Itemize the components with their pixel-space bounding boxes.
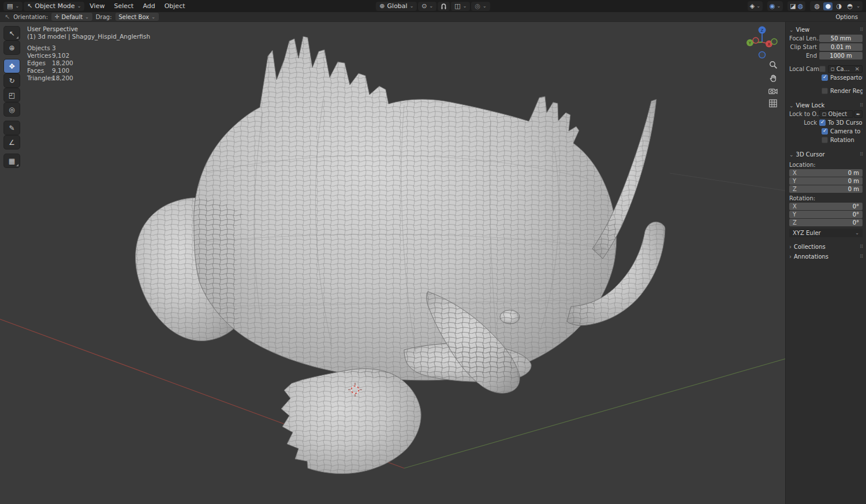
cursor-tool[interactable] bbox=[4, 41, 20, 54]
camera-view-icon[interactable] bbox=[768, 87, 778, 95]
camera-to-view-checkbox[interactable] bbox=[822, 128, 828, 135]
scale-tool[interactable] bbox=[4, 88, 20, 102]
measure-tool[interactable] bbox=[4, 136, 20, 149]
cursor-location-z[interactable]: Z 0 m bbox=[789, 185, 863, 193]
overlays-toggle-group[interactable]: ◉ bbox=[767, 1, 783, 11]
drag-dots-icon[interactable]: ⠿ bbox=[860, 244, 863, 249]
render-region-row: Render Regi… bbox=[822, 87, 863, 95]
drag-dropdown[interactable]: Select Box bbox=[115, 13, 159, 21]
lock-to-object-field[interactable]: ▢ Object bbox=[819, 110, 853, 118]
render-region-checkbox[interactable] bbox=[822, 88, 828, 94]
mode-label: Object Mode bbox=[35, 2, 74, 10]
cursor-rotation-y[interactable]: Y 0° bbox=[789, 211, 863, 218]
camera-data-icon: ◻ bbox=[831, 67, 835, 72]
section-view-lock[interactable]: View Lock ⠿ bbox=[789, 100, 863, 110]
drag-dots-icon[interactable]: ⠿ bbox=[860, 27, 863, 32]
lock-rotation-checkbox[interactable] bbox=[822, 137, 828, 143]
section-annotations[interactable]: Annotations ⠿ bbox=[789, 252, 863, 262]
chevron-down-icon bbox=[77, 2, 81, 10]
xray-toggle[interactable]: ◪ ◍ bbox=[787, 1, 805, 11]
orientation-dropdown[interactable]: ✢ Default bbox=[51, 13, 92, 21]
clear-icon[interactable]: ✕ bbox=[855, 66, 860, 72]
axes-icon: ✢ bbox=[55, 14, 59, 20]
viewport-3d[interactable]: User Perspective (1) 3d model | Shaggy_H… bbox=[0, 22, 866, 504]
active-object-label: (1) 3d model | Shaggy_Hispid_Anglerfish bbox=[27, 33, 150, 40]
euler-order-dropdown[interactable]: XYZ Euler bbox=[789, 229, 863, 237]
viewport-hud: User Perspective (1) 3d model | Shaggy_H… bbox=[27, 25, 150, 82]
clip-end-field[interactable]: 1000 m bbox=[819, 52, 863, 59]
cursor-location-y[interactable]: Y 0 m bbox=[789, 177, 863, 185]
anglerfish-model[interactable] bbox=[136, 36, 665, 474]
shading-solid-icon: ● bbox=[826, 3, 831, 9]
menu-view[interactable]: View bbox=[85, 0, 109, 12]
proportional-edit-dropdown[interactable]: ◎ bbox=[471, 2, 490, 11]
drag-dots-icon[interactable]: ⠿ bbox=[860, 103, 863, 108]
to-3d-cursor-checkbox[interactable] bbox=[819, 120, 826, 126]
navigation-gizmo[interactable]: Z X Y bbox=[746, 25, 778, 61]
section-view-lock-title: View Lock bbox=[796, 102, 825, 109]
drag-label: Drag: bbox=[96, 14, 112, 20]
section-collections[interactable]: Collections ⠿ bbox=[789, 242, 863, 252]
pivot-point-dropdown[interactable]: ⊙ bbox=[418, 2, 436, 11]
add-cube-tool[interactable] bbox=[4, 154, 20, 167]
transform-tool[interactable] bbox=[4, 103, 20, 116]
rotate-tool[interactable] bbox=[4, 74, 20, 87]
options-button[interactable]: Options bbox=[832, 13, 861, 21]
expand-arrow-icon bbox=[789, 27, 794, 33]
shading-solid-button[interactable]: ● bbox=[823, 2, 833, 10]
chevron-down-icon bbox=[756, 2, 760, 10]
pan-hand-icon[interactable] bbox=[769, 74, 778, 83]
active-tool-icon: ↖ bbox=[5, 14, 10, 20]
wireframe-overlay bbox=[136, 36, 665, 474]
cursor-rotation-z[interactable]: Z 0° bbox=[789, 219, 863, 226]
passepartout-checkbox[interactable] bbox=[822, 74, 828, 81]
cursor-rotation-x[interactable]: X 0° bbox=[789, 203, 863, 210]
editor-type-button[interactable]: ▤ bbox=[3, 2, 23, 11]
select-box-tool[interactable] bbox=[4, 27, 20, 40]
lock-rotation-row: Rotation bbox=[822, 136, 863, 144]
sidebar-n-panel: View ⠿ Focal Len… 50 mm Clip Start 0.01 … bbox=[785, 22, 866, 504]
section-3d-cursor[interactable]: 3D Cursor ⠿ bbox=[789, 150, 863, 159]
chevron-down-icon bbox=[483, 2, 487, 10]
viewport-canvas[interactable] bbox=[0, 22, 866, 504]
svg-text:Y: Y bbox=[748, 41, 752, 46]
mode-selector[interactable]: ↖ Object Mode bbox=[24, 2, 84, 11]
local-camera-checkbox[interactable] bbox=[819, 66, 826, 72]
stat-edges: Edges18,200 bbox=[27, 59, 150, 67]
cursor-location-x[interactable]: X 0 m bbox=[789, 169, 863, 177]
orthographic-grid-icon[interactable] bbox=[769, 99, 777, 107]
gizmo-z-neg-axis[interactable] bbox=[759, 52, 766, 58]
shading-wireframe-button[interactable]: ◍ bbox=[812, 2, 822, 10]
menu-select[interactable]: Select bbox=[110, 0, 137, 12]
drag-dots-icon[interactable]: ⠿ bbox=[860, 152, 863, 157]
annotate-tool[interactable] bbox=[4, 121, 20, 135]
eyedropper-icon[interactable]: ✒ bbox=[854, 110, 863, 118]
transform-orientation-dropdown[interactable]: ⊕ Global bbox=[376, 2, 417, 11]
chevron-down-icon[interactable] bbox=[856, 2, 860, 10]
snap-target-dropdown[interactable]: ◫ bbox=[451, 2, 470, 11]
section-view[interactable]: View ⠿ bbox=[789, 25, 863, 35]
clip-start-field[interactable]: 0.01 m bbox=[819, 43, 863, 51]
zoom-icon[interactable] bbox=[769, 61, 778, 69]
gizmo-x-neg-axis[interactable] bbox=[753, 38, 759, 43]
stat-objects: Objects3 bbox=[27, 44, 150, 52]
shading-rendered-button[interactable]: ◓ bbox=[845, 2, 854, 10]
passepartout-row: Passepartout bbox=[822, 74, 863, 81]
local-camera-field[interactable]: ◻ Ca… ✕ bbox=[828, 65, 863, 73]
lock-3d-cursor-row: Lock To 3D Cursor bbox=[789, 119, 863, 126]
xray-state-icon: ◍ bbox=[798, 3, 804, 9]
shading-mode-group: ◍ ● ◑ ◓ bbox=[810, 1, 863, 11]
overlays-icon: ◉ bbox=[770, 3, 775, 9]
shading-material-button[interactable]: ◑ bbox=[834, 2, 843, 10]
gizmo-toggle-group[interactable]: ◈ bbox=[748, 1, 763, 11]
tool-settings-bar: ↖ Orientation: ✢ Default Drag: Select Bo… bbox=[0, 12, 866, 22]
menu-add[interactable]: Add bbox=[139, 0, 159, 12]
gizmo-y-neg-axis[interactable] bbox=[771, 39, 777, 44]
svg-text:Z: Z bbox=[761, 28, 764, 33]
snap-toggle[interactable] bbox=[438, 2, 450, 11]
focal-length-field[interactable]: 50 mm bbox=[819, 35, 863, 42]
drag-dots-icon[interactable]: ⠿ bbox=[860, 254, 863, 259]
move-tool[interactable] bbox=[4, 59, 20, 73]
stat-faces: Faces9,100 bbox=[27, 67, 150, 74]
menu-object[interactable]: Object bbox=[160, 0, 189, 12]
